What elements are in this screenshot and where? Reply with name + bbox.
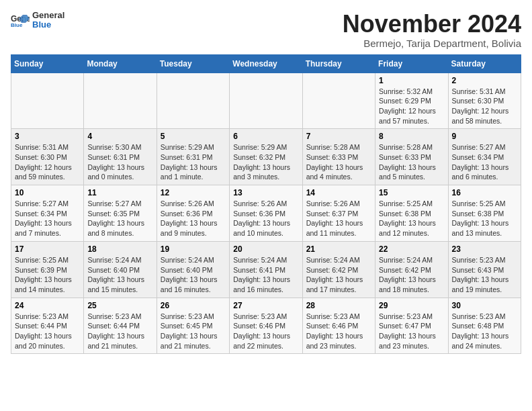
day-number: 8: [379, 132, 444, 141]
day-info: Sunrise: 5:29 AMSunset: 6:31 PMDaylight:…: [161, 142, 226, 182]
day-number: 12: [161, 188, 226, 197]
day-number: 9: [452, 132, 517, 141]
day-info: Sunrise: 5:25 AMSunset: 6:38 PMDaylight:…: [452, 199, 517, 238]
page-header: General Blue General Blue November 2024 …: [11, 11, 521, 49]
day-info: Sunrise: 5:30 AMSunset: 6:31 PMDaylight:…: [87, 142, 152, 182]
day-number: 29: [379, 301, 444, 310]
calendar-cell: 28Sunrise: 5:23 AMSunset: 6:46 PMDayligh…: [302, 298, 375, 354]
weekday-header-tuesday: Tuesday: [157, 54, 229, 73]
calendar-cell: [302, 73, 375, 129]
calendar-cell: 12Sunrise: 5:26 AMSunset: 6:36 PMDayligh…: [157, 185, 229, 242]
calendar-cell: 20Sunrise: 5:24 AMSunset: 6:41 PMDayligh…: [230, 241, 302, 298]
day-number: 2: [452, 76, 517, 85]
calendar-cell: 21Sunrise: 5:24 AMSunset: 6:42 PMDayligh…: [302, 241, 375, 298]
day-number: 14: [306, 188, 371, 197]
day-info: Sunrise: 5:27 AMSunset: 6:34 PMDaylight:…: [452, 142, 517, 182]
day-number: 20: [233, 244, 298, 254]
day-info: Sunrise: 5:23 AMSunset: 6:44 PMDaylight:…: [15, 312, 80, 351]
calendar-cell: [230, 73, 302, 129]
weekday-header-wednesday: Wednesday: [230, 54, 302, 73]
day-info: Sunrise: 5:27 AMSunset: 6:35 PMDaylight:…: [87, 199, 152, 238]
calendar-week-row: 3Sunrise: 5:31 AMSunset: 6:30 PMDaylight…: [11, 129, 521, 185]
day-info: Sunrise: 5:23 AMSunset: 6:48 PMDaylight:…: [452, 312, 517, 351]
day-info: Sunrise: 5:24 AMSunset: 6:42 PMDaylight:…: [379, 255, 444, 295]
day-info: Sunrise: 5:23 AMSunset: 6:43 PMDaylight:…: [452, 255, 517, 295]
day-info: Sunrise: 5:23 AMSunset: 6:45 PMDaylight:…: [161, 312, 226, 351]
location: Bermejo, Tarija Department, Bolivia: [343, 38, 521, 49]
logo-text-blue: Blue: [32, 20, 64, 30]
day-number: 18: [87, 244, 152, 254]
calendar-body: 1Sunrise: 5:32 AMSunset: 6:29 PMDaylight…: [11, 73, 521, 354]
day-info: Sunrise: 5:28 AMSunset: 6:33 PMDaylight:…: [379, 142, 444, 182]
day-number: 13: [233, 188, 298, 197]
day-number: 24: [15, 301, 80, 310]
calendar-cell: 24Sunrise: 5:23 AMSunset: 6:44 PMDayligh…: [11, 298, 84, 354]
day-info: Sunrise: 5:24 AMSunset: 6:42 PMDaylight:…: [306, 255, 371, 295]
calendar-cell: 3Sunrise: 5:31 AMSunset: 6:30 PMDaylight…: [11, 129, 84, 185]
day-number: 10: [15, 188, 80, 197]
calendar-cell: 11Sunrise: 5:27 AMSunset: 6:35 PMDayligh…: [84, 185, 157, 242]
calendar-week-row: 24Sunrise: 5:23 AMSunset: 6:44 PMDayligh…: [11, 298, 521, 354]
day-info: Sunrise: 5:25 AMSunset: 6:38 PMDaylight:…: [379, 199, 444, 238]
calendar-cell: 10Sunrise: 5:27 AMSunset: 6:34 PMDayligh…: [11, 185, 84, 242]
calendar-cell: 8Sunrise: 5:28 AMSunset: 6:33 PMDaylight…: [375, 129, 448, 185]
day-number: 16: [452, 188, 517, 197]
weekday-header-row: SundayMondayTuesdayWednesdayThursdayFrid…: [11, 54, 521, 73]
calendar-cell: 29Sunrise: 5:23 AMSunset: 6:47 PMDayligh…: [375, 298, 448, 354]
day-info: Sunrise: 5:24 AMSunset: 6:41 PMDaylight:…: [233, 255, 298, 295]
day-number: 30: [452, 301, 517, 310]
day-number: 5: [161, 132, 226, 141]
day-number: 4: [87, 132, 152, 141]
day-number: 17: [15, 244, 80, 254]
day-number: 28: [306, 301, 371, 310]
day-info: Sunrise: 5:23 AMSunset: 6:44 PMDaylight:…: [87, 312, 152, 351]
calendar-cell: 25Sunrise: 5:23 AMSunset: 6:44 PMDayligh…: [84, 298, 157, 354]
day-info: Sunrise: 5:26 AMSunset: 6:37 PMDaylight:…: [306, 199, 371, 238]
calendar-cell: 9Sunrise: 5:27 AMSunset: 6:34 PMDaylight…: [448, 129, 521, 185]
day-info: Sunrise: 5:24 AMSunset: 6:40 PMDaylight:…: [161, 255, 226, 295]
day-number: 19: [161, 244, 226, 254]
calendar-cell: [11, 73, 84, 129]
calendar-week-row: 1Sunrise: 5:32 AMSunset: 6:29 PMDaylight…: [11, 73, 521, 129]
day-info: Sunrise: 5:26 AMSunset: 6:36 PMDaylight:…: [161, 199, 226, 238]
calendar-header: SundayMondayTuesdayWednesdayThursdayFrid…: [11, 54, 521, 73]
day-number: 26: [161, 301, 226, 310]
weekday-header-thursday: Thursday: [302, 54, 375, 73]
calendar-cell: 16Sunrise: 5:25 AMSunset: 6:38 PMDayligh…: [448, 185, 521, 242]
day-info: Sunrise: 5:24 AMSunset: 6:40 PMDaylight:…: [87, 255, 152, 295]
calendar-cell: 18Sunrise: 5:24 AMSunset: 6:40 PMDayligh…: [84, 241, 157, 298]
day-info: Sunrise: 5:29 AMSunset: 6:32 PMDaylight:…: [233, 142, 298, 182]
calendar-cell: 22Sunrise: 5:24 AMSunset: 6:42 PMDayligh…: [375, 241, 448, 298]
calendar-cell: 4Sunrise: 5:30 AMSunset: 6:31 PMDaylight…: [84, 129, 157, 185]
day-number: 22: [379, 244, 444, 254]
day-number: 3: [15, 132, 80, 141]
day-info: Sunrise: 5:31 AMSunset: 6:30 PMDaylight:…: [15, 142, 80, 182]
weekday-header-saturday: Saturday: [448, 54, 521, 73]
calendar-cell: 6Sunrise: 5:29 AMSunset: 6:32 PMDaylight…: [230, 129, 302, 185]
day-number: 27: [233, 301, 298, 310]
svg-text:Blue: Blue: [11, 22, 23, 27]
month-year: November 2024: [343, 11, 521, 38]
calendar-cell: 23Sunrise: 5:23 AMSunset: 6:43 PMDayligh…: [448, 241, 521, 298]
day-info: Sunrise: 5:27 AMSunset: 6:34 PMDaylight:…: [15, 199, 80, 238]
day-number: 23: [452, 244, 517, 254]
calendar-cell: 27Sunrise: 5:23 AMSunset: 6:46 PMDayligh…: [230, 298, 302, 354]
calendar-cell: [157, 73, 229, 129]
day-info: Sunrise: 5:23 AMSunset: 6:47 PMDaylight:…: [379, 312, 444, 351]
weekday-header-monday: Monday: [84, 54, 157, 73]
calendar-cell: 13Sunrise: 5:26 AMSunset: 6:36 PMDayligh…: [230, 185, 302, 242]
calendar-week-row: 10Sunrise: 5:27 AMSunset: 6:34 PMDayligh…: [11, 185, 521, 242]
calendar-cell: 2Sunrise: 5:31 AMSunset: 6:30 PMDaylight…: [448, 73, 521, 129]
calendar-cell: [84, 73, 157, 129]
day-info: Sunrise: 5:23 AMSunset: 6:46 PMDaylight:…: [306, 312, 371, 351]
calendar-cell: 7Sunrise: 5:28 AMSunset: 6:33 PMDaylight…: [302, 129, 375, 185]
day-info: Sunrise: 5:26 AMSunset: 6:36 PMDaylight:…: [233, 199, 298, 238]
calendar-cell: 1Sunrise: 5:32 AMSunset: 6:29 PMDaylight…: [375, 73, 448, 129]
day-number: 21: [306, 244, 371, 254]
day-info: Sunrise: 5:25 AMSunset: 6:39 PMDaylight:…: [15, 255, 80, 295]
day-number: 7: [306, 132, 371, 141]
calendar-cell: 26Sunrise: 5:23 AMSunset: 6:45 PMDayligh…: [157, 298, 229, 354]
day-number: 25: [87, 301, 152, 310]
day-number: 11: [87, 188, 152, 197]
day-info: Sunrise: 5:31 AMSunset: 6:30 PMDaylight:…: [452, 87, 517, 126]
